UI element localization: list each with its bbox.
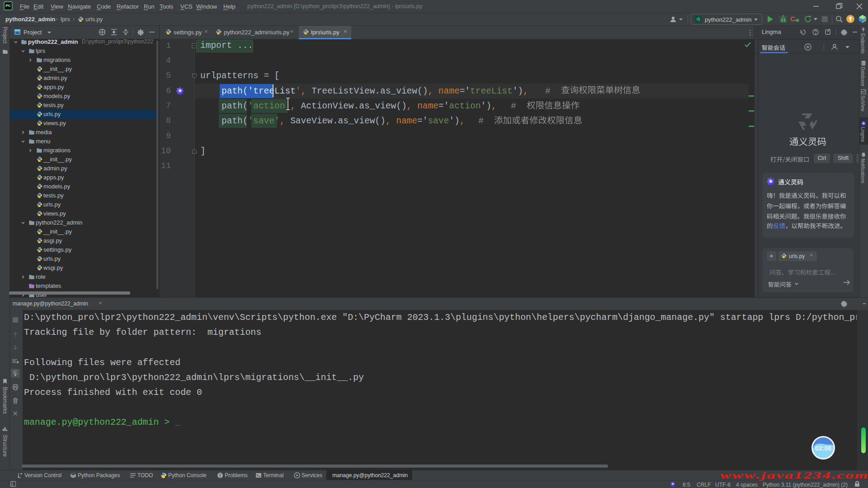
- svg-text:02:08: 02:08: [815, 445, 831, 452]
- svg-text:C: C: [790, 15, 795, 23]
